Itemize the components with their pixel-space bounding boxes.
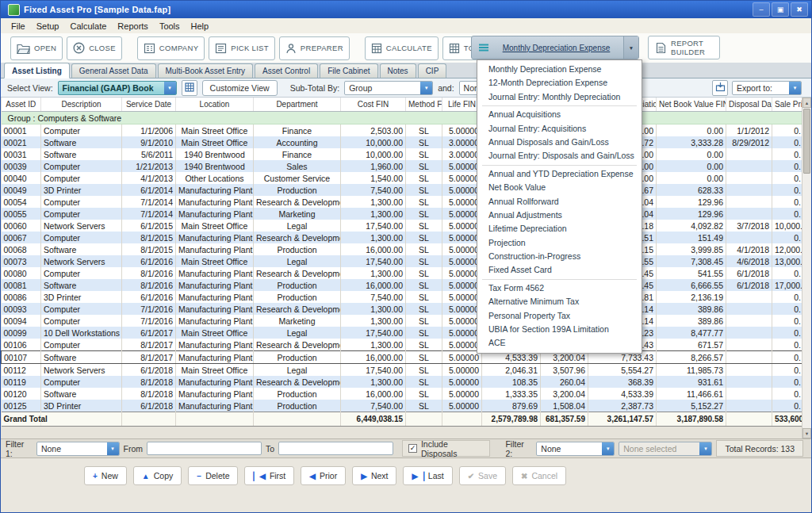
cell-description[interactable]: 10 Dell Workstations xyxy=(41,327,122,339)
cell-service_date[interactable]: 7/1/2016 xyxy=(122,315,176,327)
cell-asset_id[interactable]: 00067 xyxy=(2,232,41,243)
cell-service_date[interactable]: 1/21/2013 xyxy=(122,160,176,172)
cell-disposal_date[interactable] xyxy=(726,148,772,160)
cell-life_fin[interactable]: 5.00000 xyxy=(442,124,482,137)
cell-method_fin[interactable]: SL xyxy=(406,232,442,243)
column-header-description[interactable]: Description xyxy=(41,98,122,112)
maximize-button[interactable]: ▣ xyxy=(772,2,789,17)
cell-net_book_value_fin[interactable]: 389.86 xyxy=(657,303,726,315)
table-row[interactable]: 00119Computer8/1/2018Manufacturing Plant… xyxy=(2,376,804,388)
first-button[interactable]: ▏◀First xyxy=(244,466,294,485)
cell-net_book_value_fin[interactable]: 11,466.61 xyxy=(657,388,726,400)
cell-cost_fin[interactable]: 16,000.00 xyxy=(341,279,406,291)
cell-method_fin[interactable]: SL xyxy=(406,136,442,148)
tab-notes[interactable]: Notes xyxy=(380,63,416,78)
cell-description[interactable]: 3D Printer xyxy=(41,291,122,303)
cell-life_fin[interactable]: 5.00000 xyxy=(442,208,482,220)
table-row[interactable]: 00081Software8/1/2016Manufacturing Plant… xyxy=(2,279,804,291)
cell-prior_depr_fin[interactable]: 1,333.35 xyxy=(482,388,541,400)
cell-method_fin[interactable]: SL xyxy=(406,388,442,400)
cell-sale_price[interactable]: 0. xyxy=(772,124,804,137)
cell-cost_fin[interactable]: 1,300.00 xyxy=(341,303,406,315)
cell-current_depr_fin[interactable]: 3,200.04 xyxy=(541,388,588,400)
tab-asset-control[interactable]: Asset Control xyxy=(255,63,318,78)
table-row[interactable]: 00073Network Servers6/1/2016Main Street … xyxy=(2,255,804,267)
menu-item-projection[interactable]: Projection xyxy=(477,236,642,250)
pick-list-button[interactable]: PICK LIST xyxy=(209,36,275,60)
cell-description[interactable]: Software xyxy=(41,243,122,255)
cell-method_fin[interactable]: SL xyxy=(406,376,442,388)
cell-disposal_date[interactable] xyxy=(726,160,772,172)
cell-location[interactable]: Main Street Office xyxy=(176,136,254,148)
cell-net_book_value_fin[interactable]: 0.00 xyxy=(657,172,726,184)
cell-location[interactable]: Manufacturing Plant xyxy=(176,267,254,279)
cell-service_date[interactable]: 8/1/2018 xyxy=(122,376,176,388)
cell-cost_fin[interactable]: 1,300.00 xyxy=(341,267,406,279)
cell-disposal_date[interactable] xyxy=(726,232,772,243)
cell-sale_price[interactable]: 0. xyxy=(772,267,804,279)
cell-department[interactable]: Research & Development xyxy=(254,232,341,243)
preparer-button[interactable]: PREPARER xyxy=(279,36,350,60)
cell-asset_id[interactable]: 00099 xyxy=(2,327,41,339)
cell-cost_fin[interactable]: 1,300.00 xyxy=(341,208,406,220)
cell-description[interactable]: Software xyxy=(41,148,122,160)
cell-prior_depr_fin[interactable]: 108.35 xyxy=(482,376,541,388)
cell-location[interactable]: Main Street Office xyxy=(176,255,254,267)
cell-sale_price[interactable]: 0. xyxy=(772,303,804,315)
cell-life_fin[interactable]: 5.00000 xyxy=(442,351,482,364)
table-row[interactable]: 00106Computer8/1/2017Manufacturing Plant… xyxy=(2,339,804,351)
cell-service_date[interactable]: 9/1/2010 xyxy=(122,136,176,148)
cell-method_fin[interactable]: SL xyxy=(406,243,442,255)
cell-net_book_value_fin[interactable]: 2,136.19 xyxy=(657,291,726,303)
filter1-from-input[interactable] xyxy=(147,442,262,455)
close-button[interactable]: CLOSE xyxy=(67,36,122,60)
menu-reports[interactable]: Reports xyxy=(112,21,154,31)
cell-sale_price[interactable]: 0. xyxy=(772,364,804,377)
prior-button[interactable]: ◀Prior xyxy=(301,466,346,485)
cell-net_book_value_fin[interactable]: 0.00 xyxy=(657,160,726,172)
cell-department[interactable]: Production xyxy=(254,243,341,255)
filter1-to-input[interactable] xyxy=(278,442,393,455)
cell-department[interactable]: Sales xyxy=(254,160,341,172)
cell-method_fin[interactable]: SL xyxy=(406,364,442,377)
cell-life_fin[interactable]: 5.00000 xyxy=(442,255,482,267)
cell-department[interactable]: Accounting xyxy=(254,136,341,148)
cell-department[interactable]: Marketing xyxy=(254,315,341,327)
cell-description[interactable]: Computer xyxy=(41,160,122,172)
cell-department[interactable]: Finance xyxy=(254,148,341,160)
cell-department[interactable]: Customer Service xyxy=(254,172,341,184)
cell-life_fin[interactable]: 5.00000 xyxy=(442,364,482,377)
cell-location[interactable]: Manufacturing Plant xyxy=(176,388,254,400)
cell-service_date[interactable]: 4/1/2013 xyxy=(122,172,176,184)
cell-department[interactable]: Marketing xyxy=(254,208,341,220)
cell-disposal_date[interactable] xyxy=(726,388,772,400)
cell-method_fin[interactable]: SL xyxy=(406,172,442,184)
table-row[interactable]: 000863D Printer6/1/2016Manufacturing Pla… xyxy=(2,291,804,303)
cell-prior_depr_fin[interactable]: 2,046.31 xyxy=(482,364,541,377)
combo-arrow-icon[interactable]: ▼ xyxy=(164,82,176,94)
table-row[interactable]: 00040Computer4/1/2013Other LocationsCust… xyxy=(2,172,804,184)
filter2-selection-combo[interactable]: None selected ▼ xyxy=(619,442,712,456)
cell-net_book_value_fin[interactable]: 0.00 xyxy=(657,124,726,137)
table-row[interactable]: 001253D Printer6/1/2018Manufacturing Pla… xyxy=(2,400,804,412)
cell-life_fin[interactable]: 5.00000 xyxy=(442,388,482,400)
cell-location[interactable]: Manufacturing Plant xyxy=(176,196,254,208)
cell-life_fin[interactable]: 5.00000 xyxy=(442,315,482,327)
view-options-button[interactable] xyxy=(182,80,197,96)
cell-asset_id[interactable]: 00093 xyxy=(2,303,41,315)
cell-life_fin[interactable]: 5.00000 xyxy=(442,303,482,315)
next-button[interactable]: ▶Next xyxy=(352,466,396,485)
menu-item-journal-entry-acquisitions[interactable]: Journal Entry: Acquisitions xyxy=(477,122,642,136)
tab-general-asset-data[interactable]: General Asset Data xyxy=(71,63,156,78)
cell-location[interactable]: Manufacturing Plant xyxy=(176,303,254,315)
cell-description[interactable]: Computer xyxy=(41,124,122,137)
cell-method_fin[interactable]: SL xyxy=(406,160,442,172)
cell-description[interactable]: Software xyxy=(41,388,122,400)
combo-arrow-icon[interactable]: ▼ xyxy=(107,442,119,455)
cell-asset_id[interactable]: 00055 xyxy=(2,208,41,220)
menu-item-lifetime-depreciation[interactable]: Lifetime Depreciation xyxy=(477,222,642,235)
cell-disposal_date[interactable] xyxy=(726,376,772,388)
combo-arrow-icon[interactable]: ▼ xyxy=(420,82,432,94)
cell-disposal_date[interactable]: 4/1/2018 xyxy=(726,243,772,255)
table-row[interactable]: 00067Computer8/1/2015Manufacturing Plant… xyxy=(2,232,804,243)
